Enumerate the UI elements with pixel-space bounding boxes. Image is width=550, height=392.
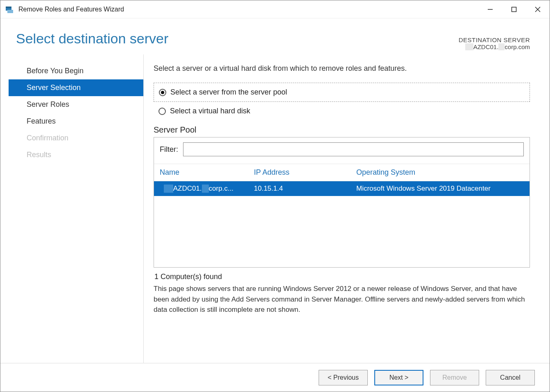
server-table-body: XXAZDC01.xxcorp.c... 10.15.1.4 Microsoft… <box>154 181 530 267</box>
next-button[interactable]: Next > <box>374 370 423 385</box>
step-features[interactable]: Features <box>9 113 143 130</box>
cell-name: XXAZDC01.xxcorp.c... <box>164 185 254 193</box>
destination-server-value: XXAZDC01.xxcorp.com <box>459 43 530 50</box>
window-controls <box>478 0 550 18</box>
server-manager-icon <box>5 5 14 14</box>
titlebar: Remove Roles and Features Wizard <box>0 0 550 18</box>
header-area: Select destination server DESTINATION SE… <box>0 18 550 54</box>
wizard-window: Remove Roles and Features Wizard Select … <box>0 0 550 392</box>
wizard-footer: < Previous Next > Remove Cancel <box>0 363 550 392</box>
col-header-ip[interactable]: IP Address <box>254 168 356 177</box>
filter-input[interactable] <box>183 142 524 156</box>
radio-server-pool[interactable] <box>159 89 166 96</box>
remove-button: Remove <box>430 370 479 385</box>
radio-vhd-group[interactable]: Select a virtual hard disk <box>154 104 530 118</box>
svg-rect-4 <box>512 7 516 11</box>
cell-os: Microsoft Windows Server 2019 Datacenter <box>356 185 524 193</box>
description-text: This page shows servers that are running… <box>154 284 530 315</box>
table-row[interactable]: XXAZDC01.xxcorp.c... 10.15.1.4 Microsoft… <box>154 181 530 196</box>
cell-ip: 10.15.1.4 <box>254 185 356 193</box>
main-panel: Select a server or a virtual hard disk f… <box>144 54 550 363</box>
step-confirmation: Confirmation <box>9 130 143 146</box>
filter-label: Filter: <box>160 145 178 154</box>
col-header-os[interactable]: Operating System <box>356 168 524 177</box>
body-area: Before You Begin Server Selection Server… <box>0 54 550 363</box>
cancel-button[interactable]: Cancel <box>486 370 535 385</box>
radio-server-pool-label: Select a server from the server pool <box>170 88 287 97</box>
radio-vhd-label: Select a virtual hard disk <box>170 107 250 115</box>
computers-found: 1 Computer(s) found <box>154 273 529 281</box>
destination-server-box: DESTINATION SERVER XXAZDC01.xxcorp.com <box>459 36 530 50</box>
close-button[interactable] <box>526 0 550 18</box>
instruction-text: Select a server or a virtual hard disk f… <box>154 64 530 73</box>
filter-bar: Filter: <box>154 137 530 164</box>
server-pool-box: Filter: Name IP Address Operating System… <box>154 137 530 268</box>
step-server-selection[interactable]: Server Selection <box>9 79 143 96</box>
step-server-roles[interactable]: Server Roles <box>9 96 143 113</box>
maximize-button[interactable] <box>502 0 526 18</box>
svg-rect-2 <box>6 7 11 8</box>
destination-server-label: DESTINATION SERVER <box>459 36 530 43</box>
radio-server-pool-group[interactable]: Select a server from the server pool <box>154 83 530 102</box>
page-title: Select destination server <box>16 31 168 47</box>
server-table-header: Name IP Address Operating System <box>154 164 530 181</box>
svg-rect-1 <box>7 10 13 13</box>
wizard-steps-sidebar: Before You Begin Server Selection Server… <box>9 54 144 363</box>
window-title: Remove Roles and Features Wizard <box>18 6 478 13</box>
col-header-name[interactable]: Name <box>160 168 254 177</box>
previous-button[interactable]: < Previous <box>319 370 368 385</box>
radio-vhd[interactable] <box>158 108 166 115</box>
step-before-you-begin[interactable]: Before You Begin <box>9 63 143 79</box>
server-pool-label: Server Pool <box>154 125 530 135</box>
minimize-button[interactable] <box>478 0 502 18</box>
step-results: Results <box>9 146 143 163</box>
